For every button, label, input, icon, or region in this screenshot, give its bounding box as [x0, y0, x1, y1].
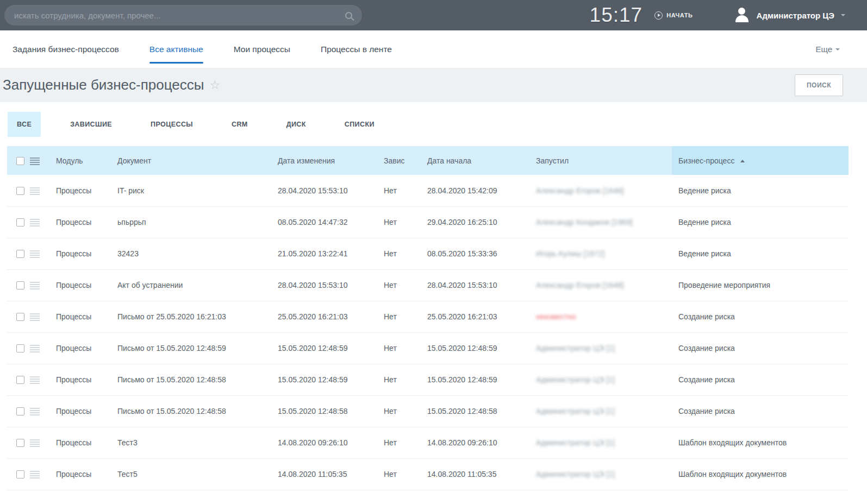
tab-all-active[interactable]: Все активные	[149, 30, 203, 68]
grid-settings-cell	[30, 146, 49, 175]
row-actions-icon[interactable]	[30, 282, 40, 289]
document-cell: Тест3	[111, 427, 271, 458]
row-checkbox[interactable]	[16, 376, 24, 384]
column-header-stuck[interactable]: Завис	[377, 146, 421, 175]
favorite-star-icon[interactable]: ☆	[209, 78, 220, 92]
row-menu-cell	[30, 427, 49, 458]
row-actions-icon[interactable]	[30, 250, 40, 258]
row-check-cell	[7, 269, 30, 301]
row-checkbox[interactable]	[16, 439, 24, 447]
table-row[interactable]: Процессы ьпьррьп 08.05.2020 14:47:32 Нет…	[7, 206, 849, 238]
row-menu-cell	[30, 458, 49, 490]
column-header-module[interactable]: Модуль	[49, 146, 111, 175]
filter-tab-disk[interactable]: ДИСК	[277, 112, 315, 137]
filter-tabs: ВСЕ ЗАВИСШИЕ ПРОЦЕССЫ CRM ДИСК СПИСКИ	[0, 102, 867, 146]
table-header-row: Модуль Документ Дата изменения Завис Дат…	[7, 146, 849, 175]
document-cell: Письмо от 15.05.2020 12:48:59	[111, 332, 271, 364]
global-search[interactable]	[4, 5, 362, 26]
column-header-launched-by[interactable]: Запустил	[529, 146, 672, 175]
launched-by-cell: Александр Егоров [1648]	[529, 175, 672, 206]
process-cell: Ведение риска	[672, 206, 849, 238]
document-cell: Письмо от 15.05.2020 12:48:58	[111, 395, 271, 427]
tab-bp-tasks[interactable]: Задания бизнес-процессов	[13, 30, 119, 68]
row-menu-cell	[30, 364, 49, 395]
tab-my-processes[interactable]: Мои процессы	[234, 30, 290, 68]
row-actions-icon[interactable]	[30, 439, 40, 447]
start-date-cell: 14.08.2020 11:05:35	[421, 458, 529, 490]
table-row[interactable]: Процессы Тест5 14.08.2020 11:05:35 Нет 1…	[7, 458, 849, 490]
module-cell: Процессы	[49, 301, 111, 332]
document-cell: IT- риск	[111, 175, 271, 206]
table-row[interactable]: Процессы Письмо от 15.05.2020 12:48:58 1…	[7, 395, 849, 427]
table-row[interactable]: Процессы IT- риск 28.04.2020 15:53:10 Не…	[7, 175, 849, 206]
nav-tabs: Задания бизнес-процессов Все активные Мо…	[0, 30, 867, 68]
stuck-cell: Нет	[377, 269, 421, 301]
row-check-cell	[7, 427, 30, 458]
title-band: Запущенные бизнес-процессы ☆ ПОИСК	[0, 68, 867, 102]
more-menu[interactable]: Еще	[815, 30, 840, 68]
table-row[interactable]: Процессы Письмо от 25.05.2020 16:21:03 2…	[7, 301, 849, 332]
tab-feed-processes[interactable]: Процессы в ленте	[321, 30, 392, 68]
start-date-cell: 25.05.2020 16:21:03	[421, 301, 529, 332]
grid-settings-icon[interactable]	[30, 158, 40, 165]
search-input[interactable]	[14, 11, 345, 20]
start-date-cell: 15.05.2020 12:48:59	[421, 364, 529, 395]
modified-date-cell: 15.05.2020 12:48:59	[271, 364, 377, 395]
start-button[interactable]: НАЧАТЬ	[654, 11, 693, 20]
stuck-cell: Нет	[377, 301, 421, 332]
modified-date-cell: 14.08.2020 09:26:10	[271, 427, 377, 458]
document-cell: Тест5	[111, 458, 271, 490]
launched-by-cell: Администратор ЦЭ [1]	[529, 332, 672, 364]
row-actions-icon[interactable]	[30, 471, 40, 478]
row-actions-icon[interactable]	[30, 376, 40, 384]
row-actions-icon[interactable]	[30, 187, 40, 195]
table-row[interactable]: Процессы Письмо от 15.05.2020 12:48:59 1…	[7, 332, 849, 364]
row-check-cell	[7, 301, 30, 332]
row-checkbox[interactable]	[16, 218, 24, 226]
modified-date-cell: 15.05.2020 12:48:58	[271, 395, 377, 427]
row-check-cell	[7, 458, 30, 490]
process-cell: Создание риска	[672, 332, 849, 364]
row-actions-icon[interactable]	[30, 313, 40, 321]
document-cell: Письмо от 15.05.2020 12:48:58	[111, 364, 271, 395]
column-header-modified[interactable]: Дата изменения	[271, 146, 377, 175]
document-cell: 32423	[111, 238, 271, 269]
filter-tab-all[interactable]: ВСЕ	[8, 112, 41, 137]
document-cell: ьпьррьп	[111, 206, 271, 238]
modified-date-cell: 21.05.2020 13:22:41	[271, 238, 377, 269]
row-menu-cell	[30, 395, 49, 427]
table-row[interactable]: Процессы Письмо от 15.05.2020 12:48:58 1…	[7, 364, 849, 395]
row-actions-icon[interactable]	[30, 408, 40, 415]
table-row[interactable]: Процессы Тест3 14.08.2020 09:26:10 Нет 1…	[7, 427, 849, 458]
column-header-started[interactable]: Дата начала	[421, 146, 529, 175]
row-checkbox[interactable]	[16, 313, 24, 321]
filter-tab-processes[interactable]: ПРОЦЕССЫ	[141, 112, 202, 137]
filter-tab-crm[interactable]: CRM	[222, 112, 257, 137]
process-cell: Шаблон входящих документов	[672, 458, 849, 490]
row-actions-icon[interactable]	[30, 345, 40, 352]
stuck-cell: Нет	[377, 206, 421, 238]
row-checkbox[interactable]	[16, 250, 24, 258]
search-icon[interactable]	[345, 12, 352, 19]
column-header-document[interactable]: Документ	[111, 146, 271, 175]
row-actions-icon[interactable]	[30, 219, 40, 226]
user-menu[interactable]: Администратор ЦЭ	[734, 7, 845, 23]
table-search-button[interactable]: ПОИСК	[795, 74, 843, 96]
row-checkbox[interactable]	[16, 281, 24, 289]
row-checkbox[interactable]	[16, 187, 24, 195]
filter-tab-lists[interactable]: СПИСКИ	[335, 112, 384, 137]
row-checkbox[interactable]	[16, 470, 24, 478]
row-checkbox[interactable]	[16, 407, 24, 415]
row-checkbox[interactable]	[16, 344, 24, 352]
process-table-body: Процессы IT- риск 28.04.2020 15:53:10 Не…	[7, 175, 849, 490]
column-header-process[interactable]: Бизнес-процесс	[672, 146, 849, 175]
select-all-checkbox[interactable]	[16, 157, 24, 165]
launched-by-cell: Администратор ЦЭ [1]	[529, 458, 672, 490]
module-cell: Процессы	[49, 427, 111, 458]
select-all-cell	[7, 146, 30, 175]
filter-tab-stuck[interactable]: ЗАВИСШИЕ	[61, 112, 121, 137]
row-menu-cell	[30, 332, 49, 364]
table-row[interactable]: Процессы Акт об устранении 28.04.2020 15…	[7, 269, 849, 301]
table-row[interactable]: Процессы 32423 21.05.2020 13:22:41 Нет 0…	[7, 238, 849, 269]
stuck-cell: Нет	[377, 395, 421, 427]
